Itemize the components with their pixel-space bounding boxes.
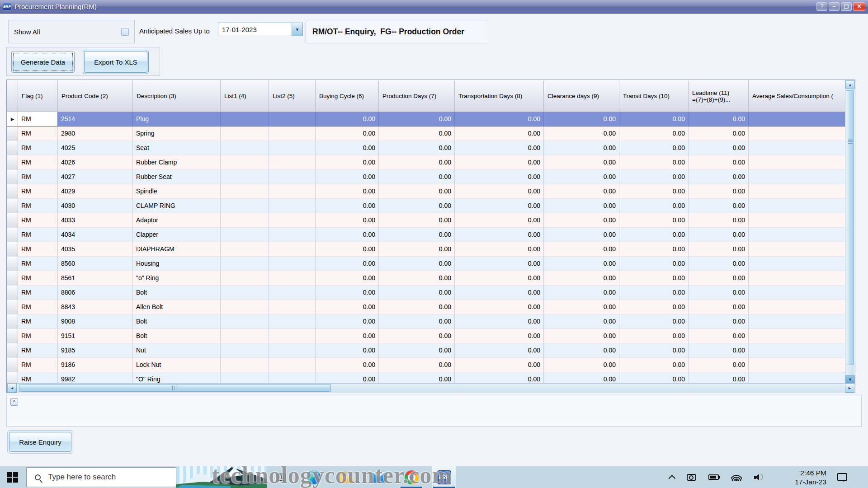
help-button[interactable]: ? — [816, 2, 827, 11]
grid-cell[interactable]: Bolt — [133, 286, 221, 300]
grid-cell[interactable] — [221, 184, 269, 199]
row-indicator[interactable] — [7, 300, 18, 314]
grid-cell[interactable]: 9151 — [58, 329, 133, 343]
grid-cell[interactable]: 4027 — [58, 170, 133, 184]
tray-chevron-up-icon[interactable] — [669, 474, 676, 482]
column-header[interactable]: Clearance days (9) — [544, 80, 619, 112]
grid-cell[interactable]: 0.00 — [689, 300, 749, 314]
grid-cell[interactable]: RM — [18, 213, 58, 228]
grid-cell[interactable]: 0.00 — [689, 257, 749, 271]
grid-cell[interactable] — [749, 155, 846, 170]
grid-cell[interactable] — [221, 242, 269, 257]
table-row[interactable]: RM4027Rubber Seat0.000.000.000.000.000.0… — [7, 170, 846, 184]
grid-cell[interactable]: 0.00 — [316, 343, 379, 358]
grid-cell[interactable] — [221, 257, 269, 271]
table-row[interactable]: RM8843Allen Bolt0.000.000.000.000.000.00 — [7, 300, 846, 314]
grid-cell[interactable]: 0.00 — [455, 170, 544, 184]
grid-cell[interactable] — [269, 257, 316, 271]
grid-cell[interactable]: RM — [18, 257, 58, 271]
grid-cell[interactable]: 0.00 — [455, 372, 544, 383]
scroll-left-button[interactable]: ◄ — [7, 384, 17, 393]
grid-cell[interactable]: Bolt — [133, 314, 221, 329]
taskbar-item-explorer[interactable] — [335, 466, 358, 488]
grid-cell[interactable]: 0.00 — [316, 300, 379, 314]
grid-cell[interactable]: 0.00 — [316, 199, 379, 213]
grid-cell[interactable]: 9185 — [58, 343, 133, 358]
grid-cell[interactable] — [221, 300, 269, 314]
scroll-down-button[interactable]: ▼ — [845, 375, 855, 384]
grid-cell[interactable] — [749, 300, 846, 314]
grid-cell[interactable]: 0.00 — [379, 329, 455, 343]
grid-cell[interactable]: 4033 — [58, 213, 133, 228]
column-header[interactable]: Product Code (2) — [58, 80, 133, 112]
grid-cell[interactable] — [221, 199, 269, 213]
grid-cell[interactable] — [749, 271, 846, 286]
grid-cell[interactable]: 4035 — [58, 242, 133, 257]
grid-cell[interactable] — [221, 228, 269, 242]
table-row[interactable]: ▶RM2514Plug0.000.000.000.000.000.00 — [7, 112, 846, 127]
grid-cell[interactable]: 0.00 — [619, 372, 689, 383]
grid-cell[interactable] — [221, 286, 269, 300]
grid-cell[interactable]: RM — [18, 155, 58, 170]
grid-cell[interactable]: Adaptor — [133, 213, 221, 228]
grid-cell[interactable]: Clapper — [133, 228, 221, 242]
grid-cell[interactable] — [269, 228, 316, 242]
grid-cell[interactable] — [269, 184, 316, 199]
grid-cell[interactable]: 0.00 — [544, 199, 619, 213]
grid-cell[interactable]: 0.00 — [544, 358, 619, 372]
grid-cell[interactable]: 0.00 — [379, 286, 455, 300]
grid-cell[interactable]: RM — [18, 112, 58, 127]
row-indicator[interactable] — [7, 257, 18, 271]
grid-cell[interactable]: Housing — [133, 257, 221, 271]
grid-cell[interactable]: 0.00 — [689, 155, 749, 170]
grid-cell[interactable]: 0.00 — [455, 257, 544, 271]
grid-cell[interactable] — [221, 112, 269, 127]
grid-cell[interactable] — [221, 170, 269, 184]
table-row[interactable]: RM8560Housing0.000.000.000.000.000.00 — [7, 257, 846, 271]
taskbar-item-edge[interactable] — [302, 466, 326, 488]
grid-cell[interactable]: 0.00 — [619, 213, 689, 228]
grid-cell[interactable]: CLAMP RING — [133, 199, 221, 213]
grid-cell[interactable] — [269, 358, 316, 372]
column-header[interactable]: Production Days (7) — [379, 80, 455, 112]
grid-cell[interactable] — [269, 343, 316, 358]
grid-cell[interactable]: 0.00 — [379, 170, 455, 184]
grid-cell[interactable]: 0.00 — [316, 184, 379, 199]
row-indicator[interactable] — [7, 286, 18, 300]
grid-cell[interactable]: 9008 — [58, 314, 133, 329]
grid-cell[interactable] — [269, 213, 316, 228]
grid-cell[interactable]: 0.00 — [619, 155, 689, 170]
grid-cell[interactable]: 0.00 — [544, 170, 619, 184]
grid-cell[interactable]: 0.00 — [455, 199, 544, 213]
grid-cell[interactable]: 0.00 — [689, 184, 749, 199]
column-header[interactable]: Transportation Days (8) — [455, 80, 544, 112]
scroll-up-button[interactable]: ▲ — [845, 80, 855, 89]
grid-cell[interactable]: 4030 — [58, 199, 133, 213]
camera-icon[interactable] — [687, 474, 696, 481]
grid-cell[interactable]: 0.00 — [689, 228, 749, 242]
grid-cell[interactable]: 0.00 — [379, 127, 455, 141]
taskbar-item-mail[interactable] — [367, 466, 391, 488]
grid-cell[interactable] — [749, 329, 846, 343]
grid-cell[interactable] — [221, 213, 269, 228]
grid-cell[interactable]: 0.00 — [619, 300, 689, 314]
grid-cell[interactable]: 0.00 — [689, 314, 749, 329]
raise-enquiry-button[interactable]: Raise Enquiry — [9, 432, 71, 452]
grid-cell[interactable]: 0.00 — [316, 242, 379, 257]
grid-cell[interactable]: 0.00 — [619, 271, 689, 286]
grid-cell[interactable] — [749, 112, 846, 127]
grid-cell[interactable]: 0.00 — [689, 170, 749, 184]
grid-cell[interactable]: 0.00 — [455, 358, 544, 372]
grid-cell[interactable]: 0.00 — [316, 127, 379, 141]
grid-cell[interactable]: RM — [18, 228, 58, 242]
table-row[interactable]: RM2980Spring0.000.000.000.000.000.00 — [7, 127, 846, 141]
grid-cell[interactable]: 4034 — [58, 228, 133, 242]
grid-cell[interactable]: 0.00 — [544, 242, 619, 257]
grid-cell[interactable]: DIAPHRAGM — [133, 242, 221, 257]
grid-cell[interactable]: 0.00 — [689, 271, 749, 286]
table-row[interactable]: RM9982"O" Ring0.000.000.000.000.000.00 — [7, 372, 846, 383]
grid-cell[interactable]: 0.00 — [619, 329, 689, 343]
grid-cell[interactable]: 8561 — [58, 271, 133, 286]
grid-cell[interactable] — [221, 155, 269, 170]
column-header[interactable]: Description (3) — [133, 80, 221, 112]
